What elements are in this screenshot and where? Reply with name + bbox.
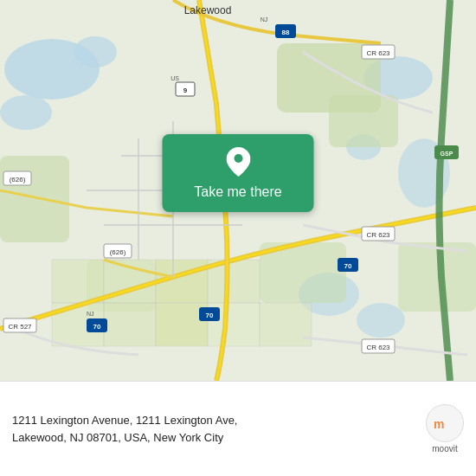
moovit-icon: m (426, 404, 464, 442)
svg-text:m: m (434, 417, 444, 431)
svg-point-8 (357, 303, 405, 338)
svg-text:US: US (170, 75, 179, 81)
location-pin-icon (226, 147, 250, 181)
address-text: 1211 Lexington Avenue, 1211 Lexington Av… (12, 412, 417, 446)
info-bar: 1211 Lexington Avenue, 1211 Lexington Av… (0, 381, 476, 476)
svg-text:GSP: GSP (441, 151, 453, 157)
address-line2: Lakewood, NJ 08701, USA, New York City (12, 429, 417, 447)
svg-text:NJ: NJ (261, 16, 268, 23)
svg-text:(626): (626) (10, 176, 26, 183)
moovit-label: moovit (432, 444, 457, 453)
svg-rect-23 (260, 303, 312, 346)
take-me-there-button[interactable]: Take me there (163, 134, 314, 212)
svg-text:CR 623: CR 623 (366, 231, 390, 239)
svg-text:9: 9 (183, 87, 188, 94)
svg-point-3 (74, 36, 117, 68)
svg-point-57 (234, 154, 242, 163)
svg-text:70: 70 (206, 312, 214, 319)
svg-text:88: 88 (282, 29, 290, 36)
svg-rect-10 (329, 95, 398, 147)
svg-point-2 (0, 95, 52, 130)
svg-text:(626): (626) (110, 248, 126, 256)
svg-rect-15 (52, 260, 104, 303)
svg-text:CR 527: CR 527 (8, 323, 32, 331)
svg-rect-20 (104, 303, 156, 346)
svg-text:Lakewood: Lakewood (184, 4, 232, 16)
svg-rect-11 (0, 156, 69, 242)
moovit-logo: m moovit (426, 404, 464, 453)
take-me-there-label: Take me there (194, 184, 281, 200)
address-line1: 1211 Lexington Avenue, 1211 Lexington Av… (12, 412, 417, 429)
svg-text:CR 623: CR 623 (366, 49, 390, 57)
map-container: 88 NJ 9 US 70 NJ 70 70 GSP CR 623 CR 623… (0, 0, 476, 381)
svg-text:CR 623: CR 623 (366, 344, 390, 351)
svg-text:NJ: NJ (87, 311, 94, 317)
svg-text:70: 70 (344, 262, 352, 270)
svg-text:70: 70 (93, 323, 101, 331)
